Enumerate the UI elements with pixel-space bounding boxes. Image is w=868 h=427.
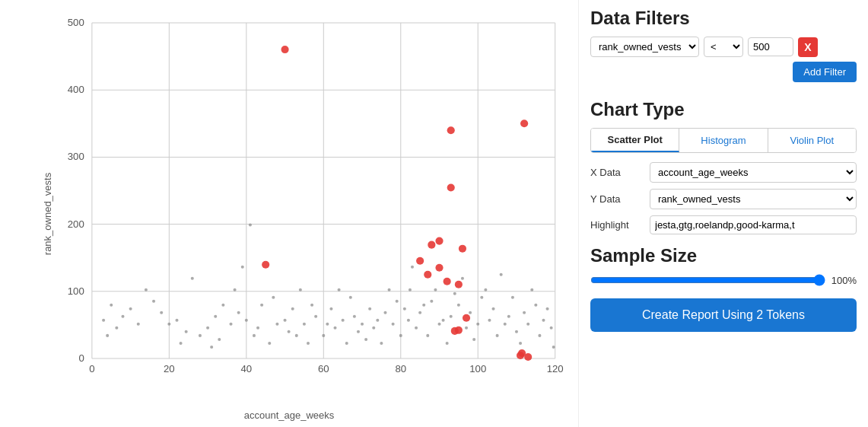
svg-point-87 [396,300,399,303]
svg-text:60: 60 [318,363,329,374]
svg-point-70 [329,308,332,311]
svg-text:120: 120 [547,363,564,374]
svg-point-66 [310,304,313,307]
svg-point-125 [538,334,541,337]
svg-point-134 [428,241,435,249]
y-data-select[interactable]: rank_owned_vests [650,189,857,209]
x-data-select[interactable]: account_age_weeks [650,162,857,183]
filter-value-input[interactable] [748,37,793,56]
svg-point-139 [424,271,431,279]
svg-text:20: 20 [164,363,175,374]
svg-point-28 [121,315,124,318]
svg-point-107 [469,311,472,314]
svg-point-124 [534,304,537,307]
svg-point-115 [500,273,503,276]
svg-point-33 [145,288,148,292]
svg-point-91 [409,288,412,292]
svg-point-138 [435,264,443,272]
svg-point-29 [129,308,132,311]
svg-point-46 [221,304,224,307]
svg-point-86 [392,323,395,326]
chart-container: rank_owned_vests 0 100 200 300 400 500 0… [0,0,578,427]
svg-point-92 [411,266,414,269]
svg-point-56 [268,342,271,345]
svg-point-51 [245,319,248,322]
svg-text:100: 100 [469,363,486,374]
svg-point-142 [262,261,269,269]
svg-point-71 [333,327,336,330]
svg-point-105 [461,277,464,280]
svg-point-118 [511,296,514,299]
svg-point-47 [230,323,233,326]
svg-point-128 [550,327,553,330]
add-filter-button[interactable]: Add Filter [793,62,857,82]
svg-text:80: 80 [395,363,406,374]
filter-row: rank_owned_vests < > = X [590,37,857,57]
svg-point-42 [206,327,209,330]
svg-text:200: 200 [68,218,84,230]
sample-size-slider[interactable] [590,274,825,286]
svg-point-30 [137,323,140,326]
svg-point-109 [476,323,479,326]
svg-point-132 [520,119,528,127]
svg-point-62 [295,334,298,337]
svg-point-126 [542,319,545,322]
svg-point-83 [380,342,383,345]
svg-point-31 [102,319,105,322]
highlight-input[interactable] [650,215,857,234]
svg-point-59 [284,319,287,322]
filter-field-select[interactable]: rank_owned_vests [590,37,699,57]
svg-point-45 [218,338,221,341]
svg-point-55 [260,304,263,307]
svg-point-96 [426,334,429,337]
sample-size-title: Sample Size [590,245,857,266]
x-data-row: X Data account_age_weeks [590,162,857,183]
svg-point-137 [416,257,424,265]
svg-point-85 [388,288,391,292]
svg-point-52 [249,224,252,227]
create-report-button[interactable]: Create Report Using 2 Tokens [590,298,857,332]
svg-point-122 [526,323,529,326]
svg-point-127 [546,308,549,311]
svg-point-80 [368,308,371,311]
svg-point-72 [338,288,341,292]
tab-violin-plot[interactable]: Violin Plot [768,129,856,152]
y-data-label: Y Data [590,193,644,205]
svg-point-34 [152,300,155,303]
svg-point-27 [115,327,118,330]
svg-text:500: 500 [68,17,84,28]
filter-remove-button[interactable]: X [798,37,818,57]
svg-point-65 [307,342,310,345]
svg-point-131 [447,126,455,134]
y-axis-label: rank_owned_vests [42,172,53,254]
svg-point-100 [442,319,445,322]
highlight-label: Highlight [590,219,644,231]
svg-point-95 [422,304,425,307]
svg-point-136 [459,245,466,253]
svg-point-50 [241,266,244,269]
svg-text:40: 40 [240,363,252,374]
svg-point-88 [399,334,402,337]
svg-point-117 [507,315,510,318]
svg-point-148 [524,353,532,361]
svg-point-37 [175,319,178,322]
svg-text:100: 100 [68,285,84,297]
svg-point-53 [253,334,256,337]
svg-point-36 [167,323,170,326]
tab-scatter-plot[interactable]: Scatter Plot [591,129,679,152]
svg-point-68 [322,334,325,337]
svg-point-133 [447,183,455,191]
svg-point-106 [465,327,468,330]
svg-point-75 [349,296,352,299]
filter-op-select[interactable]: < > = [704,37,743,57]
svg-point-98 [434,288,437,292]
right-panel: Data Filters rank_owned_vests < > = X Ad… [578,0,868,427]
svg-point-103 [453,292,456,295]
svg-point-44 [214,315,217,318]
svg-text:0: 0 [78,352,84,364]
svg-point-114 [496,334,499,337]
svg-point-43 [210,346,213,349]
svg-point-111 [484,288,487,292]
svg-point-144 [455,327,463,334]
tab-histogram[interactable]: Histogram [679,129,768,152]
